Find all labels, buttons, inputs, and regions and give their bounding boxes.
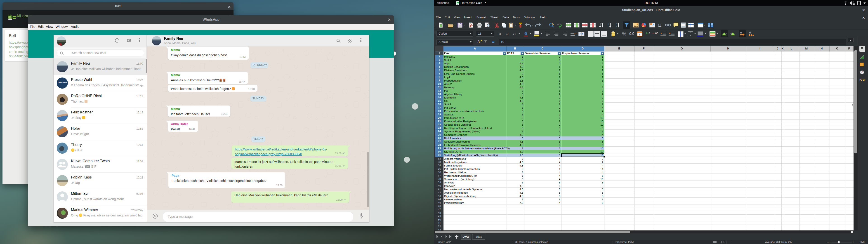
svg-text:3: 3	[639, 33, 640, 36]
svg-text:Abc: Abc	[557, 23, 561, 26]
